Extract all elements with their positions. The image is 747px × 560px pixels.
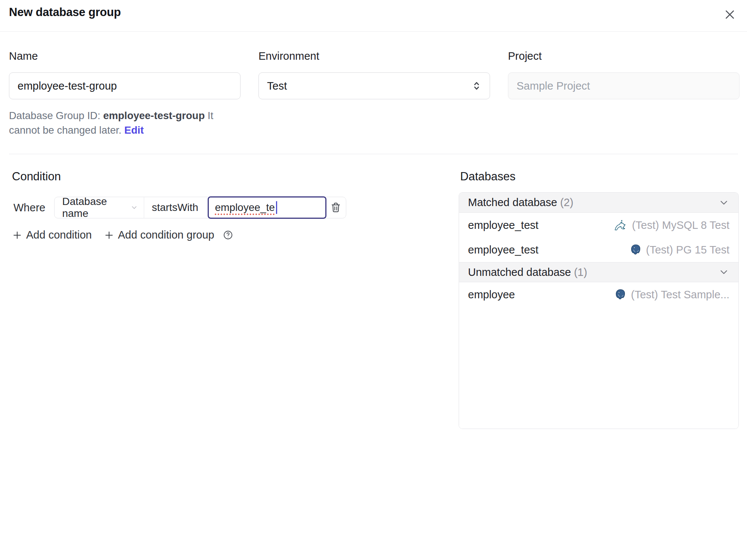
name-label: Name: [9, 49, 241, 63]
environment-field-column: Environment Test: [258, 49, 490, 137]
database-row: employee (Test) Test Sample...: [459, 282, 738, 307]
condition-heading: Condition: [12, 169, 448, 184]
environment-label: Environment: [258, 49, 490, 63]
dialog-header: New database group: [0, 0, 747, 32]
environment-select[interactable]: Test: [258, 72, 490, 99]
database-name: employee_test: [468, 219, 539, 231]
project-input: [508, 72, 740, 99]
name-field-column: Name Database Group ID: employee-test-gr…: [9, 49, 241, 137]
databases-panel: Matched database(2) employee_test (Test)…: [459, 192, 739, 429]
text-cursor: [276, 201, 277, 214]
condition-value-text: employee_te: [215, 202, 275, 214]
add-condition-group-label: Add condition group: [118, 229, 214, 241]
matched-count: (2): [560, 196, 573, 208]
condition-operator-value: startsWith: [152, 202, 198, 214]
database-row: employee_test (Test) MySQL 8 Test: [459, 213, 738, 237]
delete-condition-button[interactable]: [326, 197, 346, 218]
database-name: employee: [468, 289, 515, 301]
unmatched-count: (1): [574, 266, 587, 278]
group-form: Name Database Group ID: employee-test-gr…: [0, 32, 747, 137]
plus-icon: [104, 230, 114, 240]
close-button[interactable]: [722, 7, 737, 22]
chevron-down-icon: [130, 203, 138, 212]
project-field-column: Project: [508, 49, 740, 137]
matched-database-title: Matched database(2): [468, 196, 573, 209]
environment-value: Test: [267, 80, 287, 92]
database-instance: (Test) Test Sample...: [614, 289, 729, 301]
mysql-icon: [614, 219, 627, 231]
matched-database-header[interactable]: Matched database(2): [459, 193, 738, 213]
close-icon: [723, 8, 737, 21]
postgresql-icon: [614, 289, 626, 301]
condition-value-input[interactable]: employee_te: [208, 196, 326, 219]
panel-empty-space: [459, 307, 738, 429]
project-label: Project: [508, 49, 740, 63]
add-condition-group-button[interactable]: Add condition group: [104, 229, 233, 241]
unmatched-database-title: Unmatched database(1): [468, 266, 587, 279]
condition-field-select[interactable]: Database name: [55, 197, 144, 218]
main-area: Condition Where Database name startsWith…: [0, 154, 747, 429]
database-row: employee_test (Test) PG 15 Test: [459, 237, 738, 262]
condition-field-value: Database name: [62, 196, 125, 220]
postgresql-icon: [630, 244, 642, 256]
database-name: employee_test: [468, 244, 539, 256]
add-condition-button[interactable]: Add condition: [12, 229, 92, 241]
condition-section: Condition Where Database name startsWith…: [9, 169, 448, 429]
databases-heading: Databases: [460, 169, 739, 184]
add-condition-label: Add condition: [26, 229, 92, 241]
group-id-helper: Database Group ID: employee-test-group I…: [9, 108, 241, 137]
name-input[interactable]: [9, 72, 241, 99]
group-id-prefix: Database Group ID:: [9, 110, 100, 121]
page-title: New database group: [9, 6, 121, 19]
condition-group: Database name startsWith employee_te: [54, 197, 346, 218]
condition-row: Where Database name startsWith employee_…: [9, 197, 448, 218]
edit-link[interactable]: Edit: [124, 124, 144, 136]
plus-icon: [12, 230, 22, 240]
trash-icon: [330, 202, 342, 214]
help-icon[interactable]: [223, 230, 233, 240]
condition-operator-select[interactable]: startsWith: [144, 197, 208, 218]
database-instance: (Test) PG 15 Test: [630, 244, 730, 256]
chevron-down-icon: [718, 267, 729, 278]
where-label: Where: [13, 202, 45, 214]
condition-actions: Add condition Add condition group: [9, 229, 448, 241]
chevron-down-icon: [718, 197, 729, 208]
group-id-value: employee-test-group: [103, 110, 205, 121]
databases-section: Databases Matched database(2) employee_t…: [459, 169, 739, 429]
up-down-chevron-icon: [471, 80, 482, 91]
database-instance: (Test) MySQL 8 Test: [614, 219, 729, 231]
unmatched-database-header[interactable]: Unmatched database(1): [459, 262, 738, 282]
